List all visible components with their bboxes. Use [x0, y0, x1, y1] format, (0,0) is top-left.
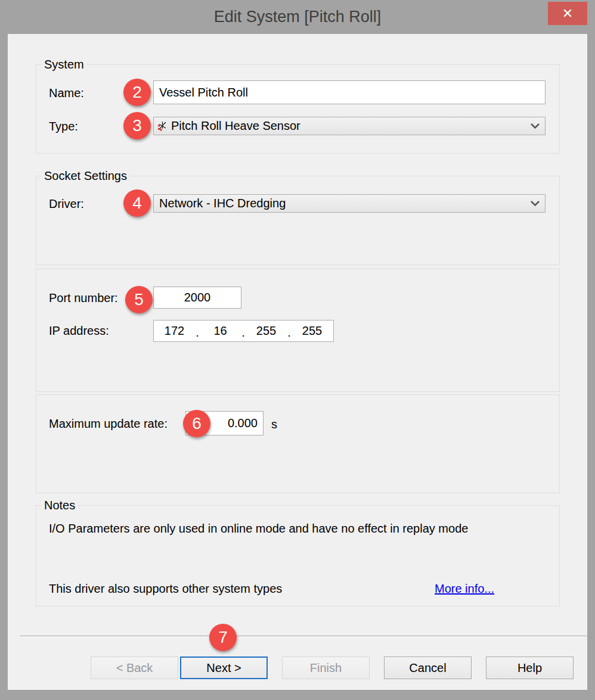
driver-label: Driver:: [49, 197, 84, 210]
ip-octet-4[interactable]: 255: [292, 321, 333, 341]
chevron-down-icon: [530, 123, 540, 129]
system-type-dropdown[interactable]: Pitch Roll Heave Sensor: [153, 117, 546, 135]
annotation-circle-7: 7: [209, 624, 237, 651]
port-number-label: Port number:: [49, 291, 118, 304]
system-group-legend: System: [41, 58, 87, 71]
port-number-input[interactable]: 2000: [153, 287, 241, 309]
driver-value: Network - IHC Dredging: [157, 197, 286, 210]
close-button[interactable]: ✕: [548, 2, 587, 25]
name-label: Name:: [49, 86, 84, 99]
ip-address-input[interactable]: 172 . 16 . 255 . 255: [153, 320, 334, 342]
close-icon: ✕: [562, 6, 573, 21]
pitch-roll-sensor-icon: [157, 121, 168, 131]
cancel-button[interactable]: Cancel: [384, 657, 472, 679]
driver-dropdown[interactable]: Network - IHC Dredging: [153, 194, 546, 213]
ip-dot: .: [195, 321, 200, 341]
type-label: Type:: [49, 120, 78, 133]
ip-dot: .: [241, 321, 246, 341]
help-button[interactable]: Help: [486, 657, 574, 679]
ip-octet-1[interactable]: 172: [154, 321, 195, 341]
system-name-value: Vessel Pitch Roll: [159, 86, 248, 99]
notes-legend: Notes: [41, 499, 78, 512]
seconds-unit-label: s: [271, 418, 277, 431]
back-button[interactable]: < Back: [91, 657, 178, 679]
window-title: Edit System [Pitch Roll]: [0, 8, 595, 26]
socket-settings-groupbox: Socket Settings: [36, 176, 560, 265]
annotation-circle-3: 3: [123, 112, 151, 139]
annotation-circle-2: 2: [123, 79, 151, 106]
footer-divider: [20, 636, 587, 637]
notes-text-line1: I/O Parameters are only used in online m…: [49, 522, 468, 535]
socket-settings-legend: Socket Settings: [41, 169, 130, 182]
annotation-circle-6: 6: [183, 410, 210, 437]
update-rate-groupbox: [36, 394, 560, 493]
system-type-value: Pitch Roll Heave Sensor: [171, 119, 300, 133]
notes-text-line2: This driver also supports other system t…: [49, 582, 282, 595]
edit-system-dialog: Edit System [Pitch Roll] ✕ System Name: …: [0, 0, 595, 700]
finish-button[interactable]: Finish: [282, 657, 370, 679]
ip-dot: .: [287, 321, 292, 341]
more-info-link[interactable]: More info...: [435, 582, 494, 596]
titlebar: Edit System [Pitch Roll] ✕: [0, 0, 595, 34]
annotation-circle-4: 4: [123, 189, 151, 217]
max-update-rate-value: 0.000: [228, 416, 258, 430]
ip-address-label: IP address:: [49, 324, 109, 337]
annotation-circle-5: 5: [125, 286, 153, 313]
system-name-input[interactable]: Vessel Pitch Roll: [153, 80, 546, 104]
next-button[interactable]: Next >: [180, 657, 268, 679]
ip-octet-3[interactable]: 255: [246, 321, 287, 341]
system-groupbox: System: [36, 64, 560, 154]
port-number-value: 2000: [184, 291, 211, 304]
ip-octet-2[interactable]: 16: [200, 321, 241, 341]
chevron-down-icon: [530, 200, 540, 207]
max-update-rate-label: Maximum update rate:: [49, 417, 168, 430]
